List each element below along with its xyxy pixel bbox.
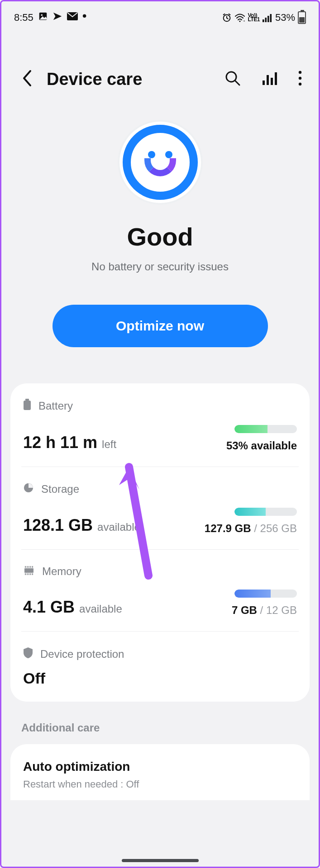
chart-button[interactable] (262, 71, 277, 88)
svg-point-15 (299, 71, 301, 74)
battery-row[interactable]: Battery 12 h 11 m left 53% available (21, 383, 299, 467)
device-protection-value: Off (23, 670, 45, 687)
svg-rect-6 (263, 19, 264, 22)
memory-total: 12 GB (266, 604, 297, 616)
memory-bar-fill (234, 590, 271, 598)
memory-bar (234, 590, 297, 598)
svg-rect-12 (267, 75, 269, 85)
svg-point-4 (239, 20, 240, 22)
clock-time: 8:55 (14, 12, 33, 24)
status-subtitle: No battery or security issues (15, 260, 305, 273)
memory-suffix: available (79, 603, 122, 615)
storage-row[interactable]: Storage 128.1 GB available 127.9 GB / 25… (21, 467, 299, 550)
storage-bar (234, 508, 297, 516)
mail-icon (67, 12, 78, 24)
hero-section: Good No battery or security issues Optim… (1, 89, 319, 347)
search-button[interactable] (224, 70, 241, 88)
battery-row-icon (23, 399, 31, 413)
storage-value: 128.1 GB (23, 516, 93, 535)
metrics-card: Battery 12 h 11 m left 53% available Sto… (10, 383, 310, 702)
svg-rect-19 (25, 399, 29, 401)
svg-rect-20 (24, 568, 33, 573)
storage-row-icon (23, 482, 34, 496)
status-bar: 8:55 • + Vo))LTE1 53% (1, 1, 319, 28)
optimize-now-button[interactable]: Optimize now (53, 305, 268, 347)
battery-icon (298, 11, 306, 24)
svg-point-16 (299, 77, 301, 80)
picture-icon (38, 11, 48, 24)
svg-rect-11 (263, 80, 265, 85)
memory-label: Memory (42, 565, 81, 578)
svg-rect-7 (265, 18, 267, 22)
memory-value: 4.1 GB (23, 598, 75, 617)
battery-bar (234, 425, 297, 433)
more-options-button[interactable] (298, 70, 302, 88)
svg-rect-8 (267, 16, 269, 22)
auto-optimization-subtitle: Restart when needed : Off (23, 778, 297, 790)
send-icon (53, 11, 62, 24)
svg-point-17 (299, 83, 301, 85)
additional-care-label: Additional care (21, 722, 319, 734)
auto-optimization-row[interactable]: Auto optimization Restart when needed : … (10, 744, 310, 800)
storage-suffix: available (97, 521, 140, 533)
svg-point-1 (41, 14, 43, 16)
battery-time-value: 12 h 11 m (23, 433, 97, 452)
navigation-handle[interactable] (122, 859, 199, 862)
network-label: Vo))LTE1 (248, 14, 260, 22)
svg-rect-13 (271, 78, 273, 85)
battery-time-suffix: left (102, 438, 116, 451)
svg-rect-14 (275, 72, 277, 85)
svg-rect-9 (270, 14, 272, 22)
storage-used: 127.9 GB (205, 522, 251, 534)
status-title: Good (15, 222, 305, 251)
battery-bar-fill (234, 425, 267, 433)
memory-row[interactable]: Memory 4.1 GB available 7 GB / 12 GB (21, 550, 299, 632)
page-title: Device care (47, 70, 212, 89)
auto-optimization-title: Auto optimization (23, 760, 297, 774)
device-protection-row[interactable]: Device protection Off (21, 632, 299, 702)
storage-label: Storage (41, 483, 79, 495)
battery-label: Battery (38, 400, 73, 412)
battery-available-text: 53% available (226, 439, 297, 452)
storage-total: 256 GB (260, 522, 297, 534)
status-face-icon (119, 122, 201, 203)
svg-text:+: + (243, 19, 245, 22)
shield-icon (23, 647, 33, 661)
signal-icon (263, 13, 272, 22)
wifi-icon: + (234, 13, 245, 22)
alarm-icon (222, 13, 232, 23)
memory-used: 7 GB (232, 604, 257, 616)
storage-bar-fill (234, 508, 266, 516)
svg-point-10 (226, 72, 236, 82)
device-protection-label: Device protection (40, 648, 124, 660)
svg-rect-18 (24, 401, 31, 410)
memory-row-icon (23, 565, 35, 578)
back-button[interactable] (21, 69, 34, 89)
app-header: Device care (1, 28, 319, 89)
battery-percent: 53% (275, 12, 295, 24)
